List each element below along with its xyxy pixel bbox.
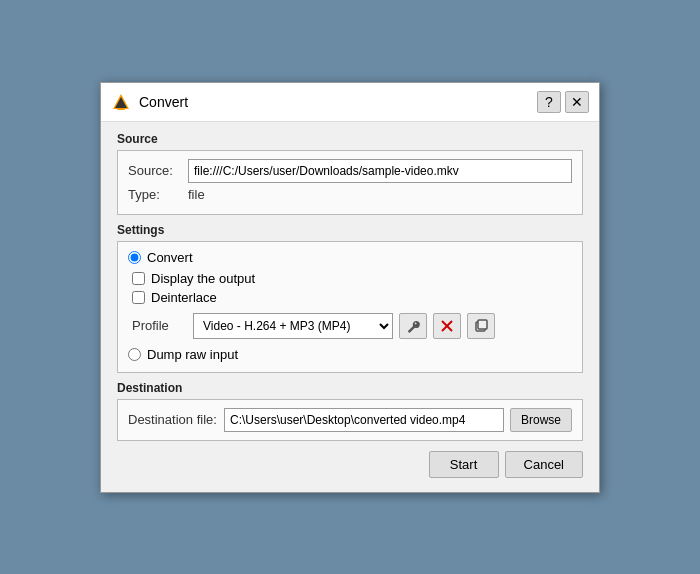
svg-rect-6 <box>478 320 487 329</box>
cancel-button[interactable]: Cancel <box>505 451 583 478</box>
profile-row: Profile Video - H.264 + MP3 (MP4) Video … <box>132 313 572 339</box>
destination-box: Destination file: Browse <box>117 399 583 441</box>
dump-radio-label: Dump raw input <box>147 347 238 362</box>
source-box: Source: Type: file <box>117 150 583 215</box>
display-output-row: Display the output <box>132 271 572 286</box>
settings-section-label: Settings <box>117 223 583 237</box>
dest-file-label: Destination file: <box>128 412 218 427</box>
source-label: Source: <box>128 163 188 178</box>
source-section-label: Source <box>117 132 583 146</box>
convert-radio-row: Convert <box>128 250 572 265</box>
deinterlace-row: Deinterlace <box>132 290 572 305</box>
display-output-checkbox[interactable] <box>132 272 145 285</box>
profile-label: Profile <box>132 318 187 333</box>
settings-box: Convert Display the output Deinterlace P… <box>117 241 583 373</box>
settings-section: Settings Convert Display the output Dein… <box>117 223 583 373</box>
copy-icon <box>475 319 488 332</box>
vlc-icon <box>111 92 131 112</box>
type-row: Type: file <box>128 187 572 202</box>
convert-radio-label: Convert <box>147 250 193 265</box>
destination-section: Destination Destination file: Browse <box>117 381 583 441</box>
close-button[interactable]: ✕ <box>565 91 589 113</box>
copy-profile-button[interactable] <box>467 313 495 339</box>
dump-radio-row: Dump raw input <box>128 347 572 362</box>
convert-radio[interactable] <box>128 251 141 264</box>
deinterlace-checkbox[interactable] <box>132 291 145 304</box>
wrench-icon <box>406 319 420 333</box>
svg-rect-2 <box>117 108 125 110</box>
start-button[interactable]: Start <box>429 451 499 478</box>
dest-file-input[interactable] <box>224 408 504 432</box>
source-section: Source Source: Type: file <box>117 132 583 215</box>
dest-file-row: Destination file: Browse <box>128 408 572 432</box>
type-label: Type: <box>128 187 188 202</box>
display-output-label: Display the output <box>151 271 255 286</box>
dialog-title: Convert <box>139 94 188 110</box>
title-bar: Convert ? ✕ <box>101 83 599 122</box>
browse-button[interactable]: Browse <box>510 408 572 432</box>
title-bar-left: Convert <box>111 92 188 112</box>
help-button[interactable]: ? <box>537 91 561 113</box>
destination-section-label: Destination <box>117 381 583 395</box>
dialog-body: Source Source: Type: file Settings Conve… <box>101 122 599 492</box>
title-bar-buttons: ? ✕ <box>537 91 589 113</box>
delete-icon <box>441 320 453 332</box>
convert-dialog: Convert ? ✕ Source Source: Type: file <box>100 82 600 493</box>
dump-radio[interactable] <box>128 348 141 361</box>
source-row: Source: <box>128 159 572 183</box>
type-value: file <box>188 187 205 202</box>
deinterlace-label: Deinterlace <box>151 290 217 305</box>
profile-select[interactable]: Video - H.264 + MP3 (MP4) Video - H.265 … <box>193 313 393 339</box>
source-input[interactable] <box>188 159 572 183</box>
delete-profile-button[interactable] <box>433 313 461 339</box>
action-buttons: Start Cancel <box>117 451 583 478</box>
edit-profile-button[interactable] <box>399 313 427 339</box>
